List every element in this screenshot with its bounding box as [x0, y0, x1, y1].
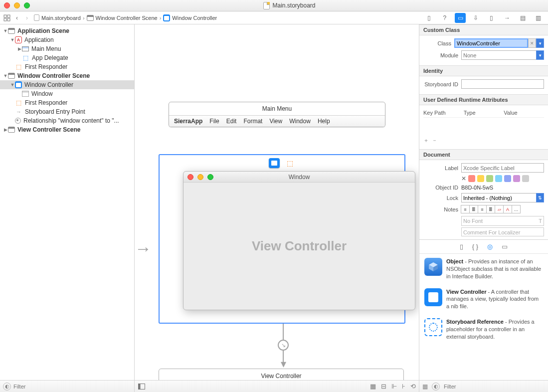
effects-inspector-tab[interactable]: ▥: [533, 13, 544, 23]
quick-help-tab[interactable]: ?: [439, 13, 450, 23]
grid-view-icon[interactable]: ▦: [422, 383, 428, 390]
no-color-icon[interactable]: ✕: [461, 175, 466, 182]
content-placeholder-label: View Controller: [252, 238, 347, 254]
window-controller-scene[interactable]: ⬚ Window View Controller: [159, 154, 405, 324]
toggle-outline-icon[interactable]: [138, 383, 146, 391]
item-entry-point[interactable]: →Storyboard Entry Point: [0, 107, 134, 116]
grid-icon[interactable]: ▦: [370, 383, 376, 390]
lock-dropdown-icon[interactable]: ⇅: [536, 193, 544, 202]
window-object[interactable]: Window View Controller: [183, 171, 415, 310]
attributes-inspector-tab[interactable]: ⇩: [470, 13, 481, 23]
lock-field[interactable]: [461, 193, 536, 202]
class-field[interactable]: [454, 38, 528, 48]
scene-row-window-controller[interactable]: ▼Window Controller Scene: [0, 71, 134, 80]
remove-attribute-button[interactable]: －: [432, 137, 437, 144]
class-clear-icon[interactable]: ✕: [528, 38, 536, 48]
section-custom-class: Custom Class: [419, 24, 548, 35]
item-first-responder-2[interactable]: ⬚First Responder: [0, 98, 134, 107]
storyboard-id-field[interactable]: [461, 79, 544, 89]
align-justify-icon[interactable]: ≣: [486, 205, 495, 213]
media-library-tab[interactable]: ▭: [502, 243, 508, 250]
item-first-responder[interactable]: ⬚First Responder: [0, 62, 134, 71]
code-snippet-library-tab[interactable]: { }: [472, 243, 478, 250]
connections-inspector-tab[interactable]: →: [502, 13, 513, 23]
outline-filter-input[interactable]: [13, 384, 131, 390]
embed-icon[interactable]: ⊟: [381, 383, 386, 390]
forward-icon[interactable]: ›: [23, 14, 31, 22]
color-swatch[interactable]: [495, 175, 502, 182]
scene-row-view-controller[interactable]: ▶View Controller Scene: [0, 125, 134, 134]
more-notes-icon[interactable]: …: [512, 205, 521, 213]
doc-label-field[interactable]: [461, 163, 544, 173]
module-field[interactable]: [461, 50, 536, 60]
file-template-library-tab[interactable]: ▯: [460, 243, 463, 250]
bindings-inspector-tab[interactable]: ▤: [517, 13, 528, 23]
back-icon[interactable]: ‹: [13, 14, 21, 22]
localizer-comment-field[interactable]: Comment For Localizer: [461, 227, 544, 236]
main-menu-object[interactable]: Main Menu SierraApp File Edit Format Vie…: [169, 102, 385, 127]
minimize-icon[interactable]: [14, 2, 20, 8]
object-library-tab[interactable]: ◎: [487, 243, 493, 250]
font-button[interactable]: No Font T: [461, 216, 544, 226]
library-filter-input[interactable]: [444, 384, 545, 390]
library-bottom-bar: ▦ ◐: [419, 380, 548, 392]
item-main-menu[interactable]: ▶Main Menu: [0, 44, 134, 53]
scene-row-application[interactable]: ▼Application Scene: [0, 26, 134, 35]
align-center-icon[interactable]: ≣: [469, 205, 478, 213]
size-inspector-tab[interactable]: ▯: [486, 13, 497, 23]
library-item-object[interactable]: Object - Provides an instance of an NSOb…: [419, 254, 548, 284]
identity-inspector-tab[interactable]: ▭: [455, 13, 466, 23]
menu-item[interactable]: Window: [289, 118, 311, 125]
color-swatch[interactable]: [468, 175, 475, 182]
zoom-icon[interactable]: [24, 2, 30, 8]
crumb-scene[interactable]: Window Controller Scene: [87, 15, 158, 21]
color-swatch[interactable]: [522, 175, 529, 182]
app-icon: [15, 36, 22, 43]
align-right-icon[interactable]: ≡: [478, 205, 487, 213]
menu-item[interactable]: SierraApp: [174, 118, 202, 125]
align-icon[interactable]: ⊩: [391, 383, 397, 390]
object-id-value: B8D-0N-5wS: [461, 185, 544, 191]
item-window-controller[interactable]: ▼Window Controller: [0, 80, 134, 89]
menu-item[interactable]: Help: [318, 118, 330, 125]
document-outline: ▼Application Scene ▼Application ▶Main Me…: [0, 24, 135, 392]
first-responder-dock-icon[interactable]: ⬚: [285, 158, 296, 168]
crumb-file[interactable]: Main.storyboard: [34, 14, 81, 21]
item-application[interactable]: ▼Application: [0, 35, 134, 44]
filter-icon[interactable]: ◐: [432, 383, 440, 391]
module-dropdown-icon[interactable]: ▾: [536, 50, 544, 60]
file-inspector-tab[interactable]: ▯: [424, 13, 435, 23]
related-items-icon[interactable]: [3, 14, 11, 22]
menu-item[interactable]: Edit: [226, 118, 237, 125]
font-picker-icon[interactable]: T: [539, 218, 542, 224]
library-item-storyboard-reference[interactable]: Storyboard Reference - Provides a placeh…: [419, 314, 548, 345]
color-swatch[interactable]: [504, 175, 511, 182]
relationship-segue[interactable]: ↘ ▾: [273, 324, 293, 370]
library-tabs: ▯ { } ◎ ▭: [419, 240, 548, 254]
strikethrough-icon[interactable]: ▱: [495, 205, 504, 213]
close-icon[interactable]: [4, 2, 10, 8]
menu-item[interactable]: File: [209, 118, 219, 125]
item-app-delegate[interactable]: ⬚App Delegate: [0, 53, 134, 62]
scene-icon: [87, 15, 94, 21]
storyboard-canvas[interactable]: → Main Menu SierraApp File Edit Format V…: [135, 24, 419, 392]
color-swatch[interactable]: [486, 175, 493, 182]
pin-icon[interactable]: ⊦: [402, 383, 405, 390]
menu-item[interactable]: View: [269, 118, 282, 125]
breadcrumb: Main.storyboard › Window Controller Scen…: [34, 14, 217, 21]
color-swatch[interactable]: [477, 175, 484, 182]
item-window[interactable]: Window: [0, 89, 134, 98]
menu-item[interactable]: Format: [243, 118, 262, 125]
filter-icon[interactable]: ◐: [3, 383, 11, 391]
crumb-controller[interactable]: Window Controller: [163, 14, 217, 21]
window-controller-dock-icon[interactable]: [269, 158, 280, 168]
class-dropdown-icon[interactable]: ▾: [536, 38, 544, 48]
align-left-icon[interactable]: ≡: [461, 205, 470, 213]
highlight-icon[interactable]: A: [503, 205, 512, 213]
color-swatch[interactable]: [513, 175, 520, 182]
entry-point-arrow-icon: →: [135, 239, 152, 258]
item-relationship[interactable]: Relationship "window content" to "...: [0, 116, 134, 125]
resolve-icon[interactable]: ⟲: [410, 383, 416, 390]
library-item-view-controller[interactable]: View Controller - A controller that mana…: [419, 284, 548, 315]
add-attribute-button[interactable]: ＋: [423, 137, 429, 144]
